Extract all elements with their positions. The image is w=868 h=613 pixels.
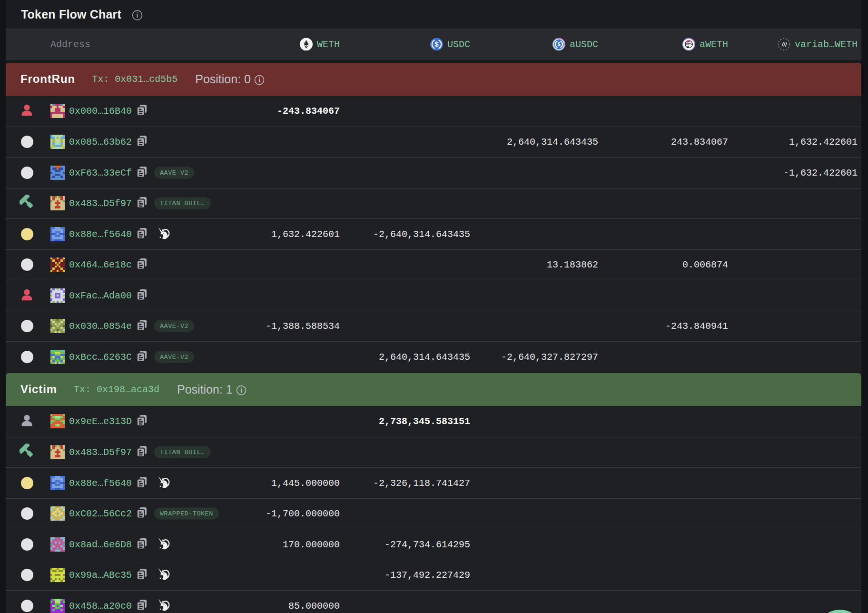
svg-text:WETH: WETH <box>685 43 693 46</box>
svg-text:$: $ <box>557 41 560 47</box>
svg-text:$: $ <box>435 40 439 48</box>
